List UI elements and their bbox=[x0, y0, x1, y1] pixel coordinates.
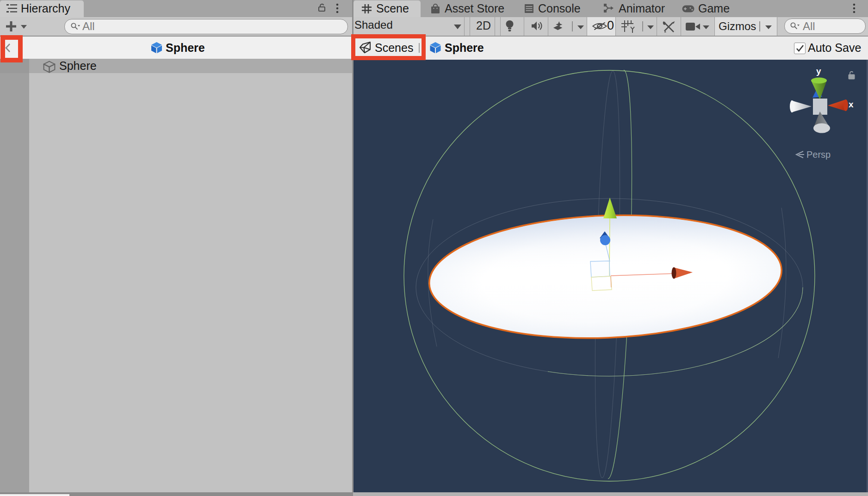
svg-text:y: y bbox=[816, 66, 821, 76]
svg-text:Persp: Persp bbox=[806, 149, 831, 160]
svg-text:x: x bbox=[849, 99, 854, 109]
